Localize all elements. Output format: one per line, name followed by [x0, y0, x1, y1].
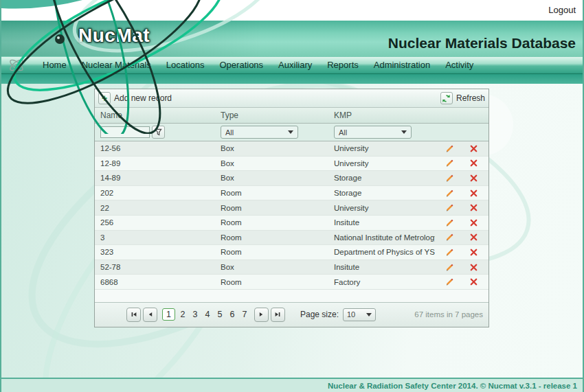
first-page-button[interactable] [126, 308, 141, 322]
table-row[interactable]: 22 Room University [95, 200, 488, 216]
delete-button[interactable] [469, 203, 478, 213]
header: NucMat Nuclear Materials Database [1, 21, 583, 56]
records-grid: + Add new record Refresh [94, 89, 489, 327]
pager-page[interactable]: 2 [178, 309, 188, 320]
table-row[interactable]: 12-56 Box University [95, 141, 488, 157]
filter-row: All All [95, 124, 488, 141]
cell-name: 52-78 [95, 263, 215, 271]
chevron-down-icon [401, 130, 407, 134]
logout-link[interactable]: Logout [548, 5, 576, 15]
delete-button[interactable] [469, 277, 478, 287]
nav-item[interactable]: Home [35, 57, 74, 73]
table-row[interactable]: 12-89 Box University [95, 157, 488, 172]
delete-button[interactable] [469, 218, 478, 227]
pager-page[interactable]: 5 [215, 309, 225, 320]
page: Logout NucMat Nuclear Materials Database… [0, 0, 584, 392]
edit-button[interactable] [445, 203, 454, 213]
cell-name: 12-56 [95, 144, 215, 152]
edit-button[interactable] [445, 159, 454, 168]
pager-page[interactable]: 3 [190, 309, 200, 320]
cell-type: Room [215, 204, 328, 212]
cell-type: Room [215, 278, 328, 286]
nav-item[interactable]: Auxiliary [271, 57, 319, 73]
app-logo-text: NucMat [78, 25, 150, 47]
edit-button[interactable] [445, 143, 454, 153]
footer: Nuclear & Radiation Safety Center 2014. … [1, 378, 583, 392]
pager-page[interactable]: 6 [227, 309, 237, 320]
table-row[interactable]: 202 Room Storage [95, 186, 488, 201]
nav-items: HomeNuclear MaterialsLocationsOperations… [35, 57, 481, 73]
cell-kmp: University [328, 204, 435, 212]
chevron-down-icon [288, 130, 293, 134]
table-row[interactable]: 52-78 Box Insitute [95, 260, 488, 275]
nav-item[interactable]: Locations [159, 57, 212, 73]
top-bar [1, 0, 583, 21]
cell-type: Box [215, 263, 328, 271]
cell-name: 14-89 [95, 174, 215, 182]
delete-button[interactable] [469, 159, 478, 168]
cell-type: Box [215, 159, 328, 168]
previous-page-button[interactable] [143, 308, 157, 322]
pager-page[interactable]: 4 [203, 309, 212, 320]
cell-kmp: Storage [328, 189, 435, 197]
nav-item[interactable]: Administration [366, 57, 438, 73]
nav-item[interactable]: Activity [438, 57, 481, 73]
edit-button[interactable] [445, 233, 454, 242]
table-row[interactable]: 256 Room Insitute [95, 216, 488, 231]
edit-button[interactable] [445, 173, 454, 183]
cell-type: Room [215, 218, 328, 227]
delete-button[interactable] [469, 143, 478, 153]
page-size-select[interactable]: 10 [343, 308, 376, 321]
name-filter-input[interactable] [100, 126, 150, 138]
edit-button[interactable] [445, 262, 454, 272]
delete-button[interactable] [469, 247, 478, 257]
delete-button[interactable] [469, 262, 478, 272]
cell-kmp: Department of Physics of YSU [328, 248, 435, 256]
cell-type: Box [215, 144, 328, 152]
table-row[interactable]: 14-89 Box Storage [95, 171, 488, 186]
table-row[interactable]: 323 Room Department of Physics of YSU [95, 245, 488, 260]
pager-page[interactable]: 1 [162, 308, 175, 321]
pager-summary: 67 items in 7 pages [414, 310, 483, 319]
nav-item[interactable]: Reports [319, 57, 366, 73]
grid-header-row: Name Type KMP [95, 108, 488, 124]
grid-rows: 12-56 Box University [95, 141, 488, 290]
type-filter-select[interactable]: All [221, 126, 298, 139]
delete-button[interactable] [469, 173, 478, 183]
next-page-button[interactable] [254, 308, 269, 322]
edit-button[interactable] [445, 247, 454, 257]
pager-page[interactable]: 7 [240, 309, 249, 320]
add-new-record-button[interactable]: + Add new record [98, 92, 172, 104]
column-header-name[interactable]: Name [95, 111, 215, 120]
main-nav: HomeNuclear MaterialsLocationsOperations… [1, 56, 583, 74]
table-row[interactable]: 6868 Room Factory [95, 275, 488, 290]
grid-spacer [95, 290, 488, 302]
cell-type: Room [215, 189, 328, 197]
content-area: + Add new record Refresh [1, 84, 583, 378]
edit-button[interactable] [445, 188, 454, 198]
refresh-icon [440, 92, 453, 104]
cell-kmp: University [328, 159, 435, 168]
table-row[interactable]: 3 Room National Institute of Metrology [95, 231, 488, 246]
cell-name: 22 [95, 204, 215, 212]
page-numbers: 1234567 [162, 308, 249, 321]
edit-button[interactable] [445, 277, 454, 287]
column-header-type[interactable]: Type [215, 111, 328, 120]
pager: 1234567 Page size: 10 67 items in 7 pa [95, 302, 488, 327]
delete-button[interactable] [469, 233, 478, 242]
column-header-kmp[interactable]: KMP [328, 111, 435, 120]
cell-type: Room [215, 233, 328, 242]
nav-item[interactable]: Operations [212, 57, 271, 73]
delete-button[interactable] [469, 188, 478, 198]
teal-band [1, 74, 583, 84]
cell-name: 256 [95, 218, 215, 227]
nav-item[interactable]: Nuclear Materials [74, 57, 159, 73]
last-page-button[interactable] [271, 308, 285, 322]
edit-button[interactable] [445, 218, 454, 227]
kmp-filter-select[interactable]: All [334, 126, 412, 139]
cell-type: Box [215, 174, 328, 182]
funnel-icon[interactable] [152, 126, 165, 139]
refresh-button[interactable]: Refresh [440, 92, 485, 104]
cell-name: 12-89 [95, 159, 215, 168]
cell-name: 3 [95, 233, 215, 242]
